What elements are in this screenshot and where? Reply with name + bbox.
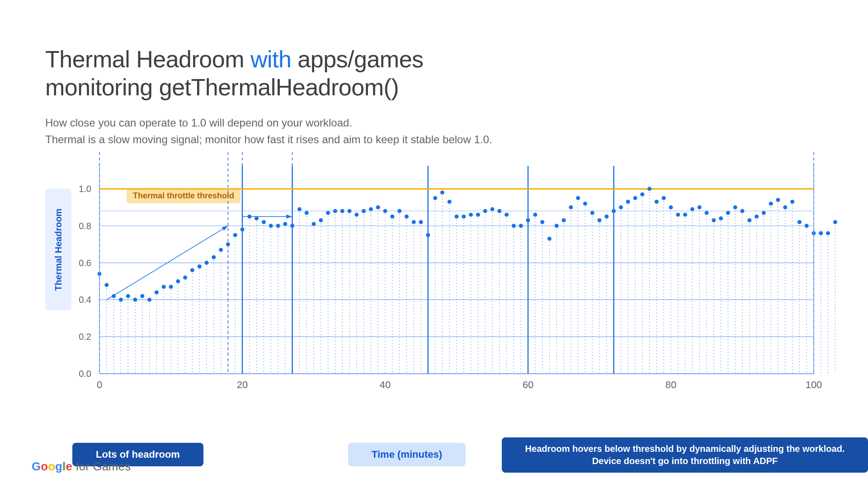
svg-text:0.8: 0.8 [79, 221, 91, 231]
svg-point-95 [326, 211, 330, 215]
svg-point-123 [426, 233, 430, 237]
svg-point-111 [383, 209, 387, 213]
svg-point-149 [519, 224, 523, 228]
page-title: Thermal Headroom with apps/games monitor… [45, 45, 823, 102]
svg-point-47 [155, 291, 159, 295]
svg-point-127 [440, 191, 444, 195]
svg-point-147 [512, 224, 516, 228]
x-axis-label: Time (minutes) [348, 443, 466, 466]
svg-text:100: 100 [806, 379, 822, 390]
svg-point-81 [276, 224, 280, 228]
svg-point-39 [126, 294, 130, 298]
svg-point-161 [562, 218, 566, 222]
svg-point-143 [497, 209, 501, 213]
svg-point-203 [712, 218, 716, 222]
svg-point-153 [533, 213, 537, 217]
svg-point-225 [790, 200, 794, 204]
svg-point-63 [212, 255, 216, 259]
svg-point-175 [612, 209, 616, 213]
svg-point-145 [505, 213, 509, 217]
svg-point-167 [583, 202, 587, 206]
svg-point-217 [762, 211, 766, 215]
svg-point-61 [205, 261, 209, 265]
svg-point-159 [555, 224, 559, 228]
svg-point-107 [369, 207, 373, 211]
svg-point-97 [333, 209, 337, 213]
headroom-hovers-badge: Headroom hovers below threshold by dynam… [502, 437, 868, 473]
svg-point-79 [269, 224, 273, 228]
svg-point-33 [104, 283, 108, 287]
svg-point-59 [198, 264, 202, 268]
svg-point-43 [140, 294, 144, 298]
svg-point-89 [305, 211, 309, 215]
svg-point-125 [433, 196, 437, 200]
svg-point-193 [676, 213, 680, 217]
svg-point-227 [797, 220, 802, 224]
svg-point-101 [348, 209, 352, 213]
svg-point-139 [483, 209, 487, 213]
svg-point-205 [719, 216, 723, 221]
svg-point-45 [147, 298, 151, 302]
svg-point-195 [683, 213, 687, 217]
svg-text:1.0: 1.0 [79, 184, 91, 194]
svg-point-129 [448, 200, 452, 204]
svg-point-185 [647, 187, 651, 191]
svg-text:0.0: 0.0 [79, 369, 91, 379]
svg-point-113 [390, 215, 394, 219]
svg-point-133 [462, 215, 466, 219]
svg-point-213 [747, 218, 751, 222]
svg-point-199 [698, 205, 702, 209]
svg-point-233 [819, 231, 823, 235]
svg-point-119 [412, 220, 416, 224]
svg-text:0.4: 0.4 [79, 295, 91, 305]
brand-footer: Google for Games [32, 460, 131, 474]
svg-point-77 [262, 220, 266, 224]
chart-svg: 0.00.20.40.60.81.0020406080100 [45, 161, 823, 396]
svg-point-51 [169, 285, 173, 289]
svg-point-99 [340, 209, 344, 213]
svg-point-57 [190, 268, 194, 272]
svg-point-37 [119, 298, 123, 302]
svg-point-71 [241, 228, 245, 232]
svg-point-215 [755, 215, 759, 219]
svg-point-135 [469, 213, 473, 217]
svg-point-207 [726, 211, 730, 215]
svg-point-91 [312, 222, 316, 226]
svg-point-103 [354, 213, 359, 217]
svg-point-55 [183, 276, 187, 280]
svg-point-105 [362, 209, 366, 213]
svg-point-75 [255, 216, 259, 221]
svg-point-187 [655, 200, 659, 204]
svg-point-93 [319, 218, 323, 222]
svg-point-151 [526, 218, 530, 222]
svg-text:80: 80 [665, 379, 676, 390]
svg-point-211 [741, 209, 745, 213]
svg-text:0: 0 [97, 379, 102, 390]
svg-point-177 [619, 205, 623, 209]
svg-point-117 [405, 215, 409, 219]
svg-text:0.6: 0.6 [79, 258, 91, 268]
svg-point-179 [626, 200, 630, 204]
svg-text:40: 40 [380, 379, 391, 390]
svg-point-219 [769, 202, 773, 206]
chart: Thermal Headroom Thermal throttle thresh… [45, 161, 823, 396]
svg-text:20: 20 [237, 379, 248, 390]
svg-text:0.2: 0.2 [79, 332, 91, 342]
svg-point-221 [776, 198, 780, 202]
svg-point-83 [283, 222, 287, 226]
svg-point-197 [690, 207, 694, 211]
svg-point-121 [419, 220, 423, 224]
svg-point-169 [590, 211, 594, 215]
svg-point-189 [662, 196, 666, 200]
svg-point-41 [133, 298, 137, 302]
svg-point-49 [162, 285, 166, 289]
svg-point-141 [491, 207, 495, 211]
svg-point-131 [455, 215, 459, 219]
svg-point-137 [476, 213, 480, 217]
google-logo: Google [32, 460, 72, 474]
svg-point-181 [633, 196, 637, 200]
svg-point-237 [833, 220, 837, 224]
svg-point-209 [733, 205, 737, 209]
svg-point-201 [705, 211, 709, 215]
svg-point-229 [805, 224, 809, 228]
